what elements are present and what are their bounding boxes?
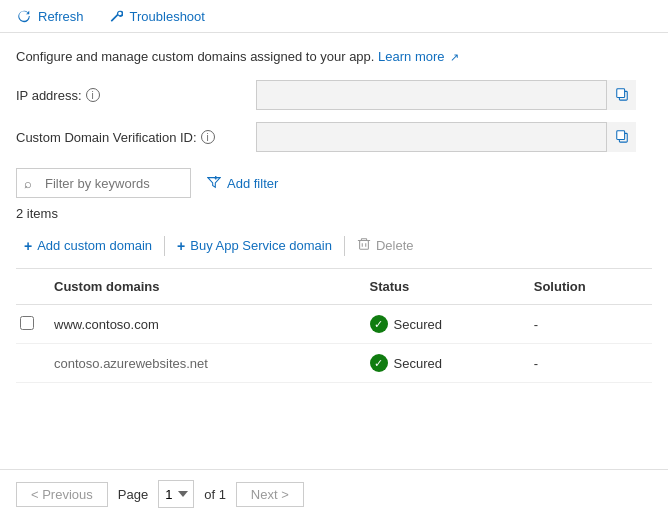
- verification-input-wrapper: [256, 122, 636, 152]
- description: Configure and manage custom domains assi…: [16, 49, 652, 64]
- svg-rect-10: [361, 239, 366, 241]
- solution-cell: -: [526, 305, 652, 344]
- domain-cell: contoso.azurewebsites.net: [46, 344, 362, 383]
- refresh-icon: [16, 8, 32, 24]
- delete-icon: [357, 237, 371, 254]
- add-custom-domain-button[interactable]: + Add custom domain: [16, 234, 160, 258]
- table-header-custom-domains: Custom domains: [46, 269, 362, 305]
- filter-input[interactable]: [16, 168, 191, 198]
- verification-copy-button[interactable]: [606, 122, 636, 152]
- toolbar: Refresh Troubleshoot: [0, 0, 668, 33]
- delete-button[interactable]: Delete: [349, 233, 422, 258]
- status-text: Secured: [394, 317, 442, 332]
- refresh-label: Refresh: [38, 9, 84, 24]
- verification-info-icon[interactable]: i: [201, 130, 215, 144]
- svg-rect-1: [616, 88, 624, 97]
- row-checkbox-cell: [16, 344, 46, 383]
- learn-more-link[interactable]: Learn more ↗: [378, 49, 459, 64]
- previous-button[interactable]: < Previous: [16, 482, 108, 507]
- ip-label: IP address: i: [16, 88, 256, 103]
- external-link-icon: ↗: [450, 51, 459, 63]
- ip-address-row: IP address: i: [16, 80, 652, 110]
- pagination-bar: < Previous Page 1 of 1 Next >: [0, 469, 668, 518]
- action-bar: + Add custom domain + Buy App Service do…: [16, 233, 652, 269]
- verification-label: Custom Domain Verification ID: i: [16, 130, 256, 145]
- add-domain-plus-icon: +: [24, 238, 32, 254]
- copy-icon-2: [615, 129, 629, 146]
- secured-icon: ✓: [370, 354, 388, 372]
- filter-bar: ⌕ Add filter: [16, 168, 652, 198]
- status-cell: ✓Secured: [362, 344, 526, 383]
- domains-table: Custom domains Status Solution www.conto…: [16, 269, 652, 383]
- troubleshoot-button[interactable]: Troubleshoot: [104, 6, 209, 26]
- filter-icon: [207, 175, 221, 192]
- ip-input-wrapper: [256, 80, 636, 110]
- ip-copy-button[interactable]: [606, 80, 636, 110]
- troubleshoot-label: Troubleshoot: [130, 9, 205, 24]
- table-header-checkbox-col: [16, 269, 46, 305]
- next-button[interactable]: Next >: [236, 482, 304, 507]
- items-count: 2 items: [16, 206, 652, 221]
- table-row: www.contoso.com✓Secured-: [16, 305, 652, 344]
- wrench-icon: [108, 8, 124, 24]
- filter-search-icon: ⌕: [24, 176, 32, 191]
- table-row: contoso.azurewebsites.net✓Secured-: [16, 344, 652, 383]
- svg-rect-6: [360, 241, 369, 250]
- action-separator-1: [164, 236, 165, 256]
- page-label: Page: [118, 487, 148, 502]
- table-header-solution: Solution: [526, 269, 652, 305]
- filter-input-wrapper: ⌕: [16, 168, 191, 198]
- table-header-status: Status: [362, 269, 526, 305]
- ip-info-icon[interactable]: i: [86, 88, 100, 102]
- buy-domain-plus-icon: +: [177, 238, 185, 254]
- row-checkbox[interactable]: [20, 316, 34, 330]
- verification-id-row: Custom Domain Verification ID: i: [16, 122, 652, 152]
- description-text: Configure and manage custom domains assi…: [16, 49, 374, 64]
- status-cell: ✓Secured: [362, 305, 526, 344]
- secured-icon: ✓: [370, 315, 388, 333]
- verification-input[interactable]: [256, 122, 636, 152]
- status-text: Secured: [394, 356, 442, 371]
- main-content: Configure and manage custom domains assi…: [0, 33, 668, 383]
- svg-rect-3: [616, 130, 624, 139]
- refresh-button[interactable]: Refresh: [12, 6, 88, 26]
- buy-app-service-domain-button[interactable]: + Buy App Service domain: [169, 234, 340, 258]
- action-separator-2: [344, 236, 345, 256]
- page-select[interactable]: 1: [158, 480, 194, 508]
- row-checkbox-cell: [16, 305, 46, 344]
- domain-cell: www.contoso.com: [46, 305, 362, 344]
- solution-cell: -: [526, 344, 652, 383]
- copy-icon: [615, 87, 629, 104]
- add-filter-button[interactable]: Add filter: [199, 171, 286, 196]
- ip-input[interactable]: [256, 80, 636, 110]
- of-pages: of 1: [204, 487, 226, 502]
- add-filter-label: Add filter: [227, 176, 278, 191]
